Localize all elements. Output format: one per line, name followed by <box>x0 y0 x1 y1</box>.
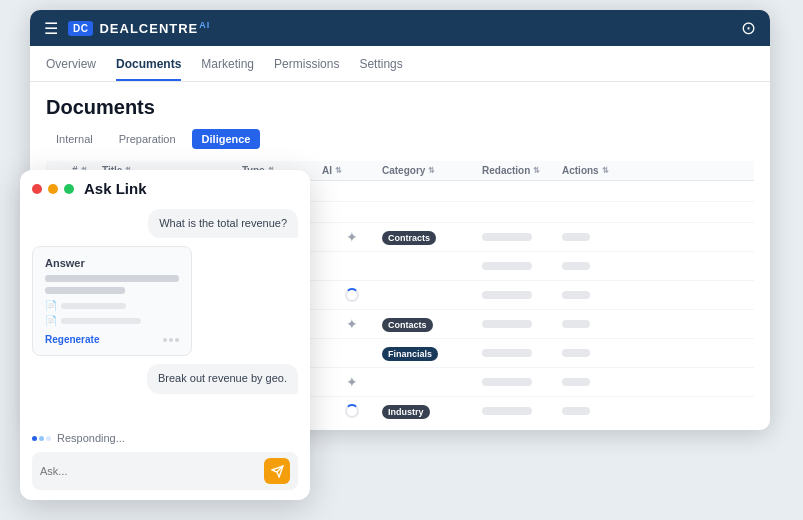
source-doc-icon: 📄 <box>45 300 57 311</box>
more-options-icon[interactable] <box>163 338 179 342</box>
source-doc-icon: 📄 <box>45 315 57 326</box>
responding-text: Responding... <box>57 432 125 444</box>
ai-sparkle-icon: ✦ <box>346 229 358 245</box>
col-category-header: Category ⇅ <box>382 165 482 176</box>
row-redaction <box>482 378 532 386</box>
col-actions-header: Actions ⇅ <box>562 165 622 176</box>
sort-icon: ⇅ <box>335 166 342 175</box>
user-message-1: What is the total revenue? <box>32 209 298 238</box>
nav-marketing[interactable]: Marketing <box>201 57 254 81</box>
app-header: ☰ DC DEALCENTREAI ⊙ <box>30 10 770 46</box>
source-skeleton-2 <box>61 318 141 324</box>
chat-input[interactable] <box>40 465 258 477</box>
traffic-light-yellow[interactable] <box>48 184 58 194</box>
ai-cross-icon: ✦ <box>346 374 358 390</box>
traffic-light-green[interactable] <box>64 184 74 194</box>
answer-skeleton-2 <box>45 287 125 294</box>
nav-overview[interactable]: Overview <box>46 57 96 81</box>
responding-row: Responding... <box>32 432 298 444</box>
col-ai-header: AI ⇅ <box>322 165 382 176</box>
chat-window: Ask Link What is the total revenue? Answ… <box>20 170 310 500</box>
row-actions <box>562 349 590 357</box>
sort-icon: ⇅ <box>428 166 435 175</box>
logo-text: DEALCENTREAI <box>99 20 210 36</box>
row-redaction <box>482 291 532 299</box>
sort-icon: ⇅ <box>533 166 540 175</box>
row-redaction <box>482 262 532 270</box>
chat-input-row <box>32 452 298 490</box>
row-redaction <box>482 233 532 241</box>
app-nav: Overview Documents Marketing Permissions… <box>30 46 770 82</box>
col-redaction-header: Redaction ⇅ <box>482 165 562 176</box>
chat-titlebar: Ask Link <box>20 170 310 203</box>
row-actions <box>562 233 590 241</box>
responding-dots <box>32 436 51 441</box>
row-redaction <box>482 407 532 415</box>
send-button[interactable] <box>264 458 290 484</box>
chat-bubble-user-2: Break out revenue by geo. <box>147 364 298 393</box>
tab-diligence[interactable]: Diligence <box>192 129 261 149</box>
ai-sparkle-icon: ✦ <box>346 316 358 332</box>
regenerate-button[interactable]: Regenerate <box>45 334 99 345</box>
category-badge: Contracts <box>382 231 436 245</box>
row-actions <box>562 378 590 386</box>
source-skeleton-1 <box>61 303 126 309</box>
row-actions <box>562 320 590 328</box>
tab-internal[interactable]: Internal <box>46 129 103 149</box>
category-badge: Industry <box>382 405 430 419</box>
user-message-2: Break out revenue by geo. <box>32 364 298 393</box>
tab-group: Internal Preparation Diligence <box>46 129 754 149</box>
user-icon[interactable]: ⊙ <box>741 17 756 39</box>
responding-dot-2 <box>39 436 44 441</box>
traffic-light-red[interactable] <box>32 184 42 194</box>
row-actions <box>562 262 590 270</box>
row-actions <box>562 407 590 415</box>
nav-documents[interactable]: Documents <box>116 57 181 81</box>
tab-preparation[interactable]: Preparation <box>109 129 186 149</box>
category-badge: Financials <box>382 347 438 361</box>
answer-label: Answer <box>45 257 179 269</box>
chat-title: Ask Link <box>84 180 147 197</box>
answer-footer: Regenerate <box>45 334 179 345</box>
sort-icon: ⇅ <box>602 166 609 175</box>
chat-body: What is the total revenue? Answer 📄 📄 Re… <box>20 203 310 426</box>
row-actions <box>562 291 590 299</box>
nav-settings[interactable]: Settings <box>359 57 402 81</box>
row-redaction <box>482 320 532 328</box>
row-redaction <box>482 349 532 357</box>
chat-footer: Responding... <box>20 426 310 500</box>
logo-badge: DC <box>68 21 93 36</box>
hamburger-icon[interactable]: ☰ <box>44 19 58 38</box>
answer-card: Answer 📄 📄 Regenerate <box>32 246 192 356</box>
ai-spinner-icon <box>345 404 359 418</box>
responding-dot-3 <box>46 436 51 441</box>
answer-skeleton-1 <box>45 275 179 282</box>
nav-permissions[interactable]: Permissions <box>274 57 339 81</box>
category-badge: Contacts <box>382 318 433 332</box>
ai-spinner-icon <box>345 288 359 302</box>
responding-dot-1 <box>32 436 37 441</box>
chat-bubble-user: What is the total revenue? <box>148 209 298 238</box>
page-title: Documents <box>46 96 754 119</box>
